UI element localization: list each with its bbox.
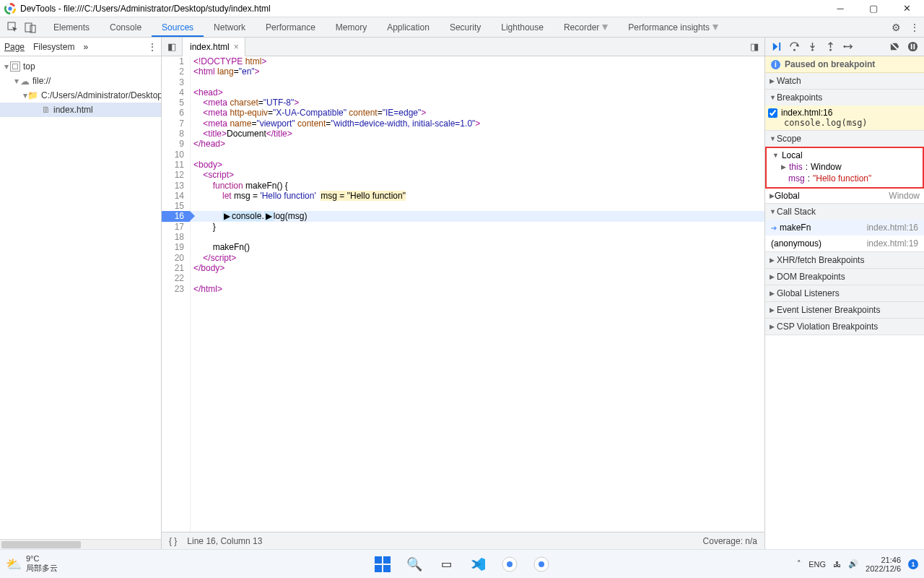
xhr-section[interactable]: ▶XHR/fetch Breakpoints — [765, 252, 924, 268]
callstack-section[interactable]: ▼Call Stack — [765, 204, 924, 220]
devtools-toolbar: ElementsConsoleSourcesNetworkPerformance… — [0, 17, 924, 38]
breakpoints-section[interactable]: ▼Breakpoints — [765, 90, 924, 105]
callstack-frame[interactable]: (anonymous)index.html:19 — [765, 236, 924, 251]
tray-volume-icon[interactable]: 🔊 — [848, 559, 858, 569]
editor-tab-label: index.html — [190, 42, 230, 52]
scope-local: ▼Local ▶this: Window msg: "Hello functio… — [765, 147, 924, 189]
navigator-pane-page[interactable]: Page — [4, 42, 25, 52]
tab-memory[interactable]: Memory — [326, 17, 377, 37]
tab-sources[interactable]: Sources — [152, 17, 204, 37]
svg-rect-5 — [779, 43, 780, 51]
svg-rect-3 — [25, 23, 32, 32]
tab-performance[interactable]: Performance — [256, 17, 326, 37]
breakpoint-item[interactable]: index.html:16 console.log(msg) — [765, 105, 924, 130]
debugger-toolbar — [765, 38, 924, 56]
devtools-icon — [4, 3, 16, 14]
tab-security[interactable]: Security — [440, 17, 491, 37]
navigator-more-icon[interactable]: ⋮ — [148, 42, 157, 52]
tree-file[interactable]: 🗎index.html — [0, 103, 161, 117]
window-minimize-button[interactable]: ─ — [830, 3, 850, 14]
svg-point-10 — [908, 42, 918, 51]
dom-bp-section[interactable]: ▶DOM Breakpoints — [765, 269, 924, 285]
editor-statusbar: { } Line 16, Column 13 Coverage: n/a — [162, 532, 764, 549]
deactivate-breakpoints-icon[interactable] — [889, 41, 900, 52]
navigator-scrollbar[interactable] — [0, 539, 161, 549]
tray-language[interactable]: ENG — [808, 560, 826, 569]
start-button[interactable] — [373, 555, 392, 574]
tree-origin[interactable]: ▾☁file:// — [0, 74, 161, 88]
taskview-icon[interactable]: ▭ — [437, 555, 456, 574]
event-bp-section[interactable]: ▶Event Listener Breakpoints — [765, 302, 924, 318]
breakpoint-checkbox[interactable] — [768, 108, 777, 118]
svg-rect-11 — [911, 44, 912, 50]
tab-console[interactable]: Console — [100, 17, 152, 37]
more-menu-icon[interactable]: ⋮ — [910, 22, 920, 33]
settings-icon[interactable]: ⚙ — [892, 22, 901, 33]
svg-point-9 — [843, 46, 845, 48]
step-into-icon[interactable] — [807, 41, 818, 52]
svg-point-1 — [8, 7, 12, 10]
tab-performance-insights[interactable]: Performance insights — [618, 17, 728, 37]
breakpoint-code: console.log(msg) — [781, 118, 868, 128]
chrome-icon-2[interactable] — [532, 555, 551, 574]
search-icon[interactable]: 🔍 — [405, 555, 424, 574]
watch-section[interactable]: ▶Watch — [765, 73, 924, 89]
info-icon: i — [771, 60, 780, 69]
close-tab-icon[interactable]: × — [234, 42, 239, 52]
callstack-frame[interactable]: makeFnindex.html:16 — [765, 220, 924, 236]
svg-point-16 — [539, 561, 544, 567]
scope-section[interactable]: ▼Scope — [765, 131, 924, 147]
global-listeners-section[interactable]: ▶Global Listeners — [765, 285, 924, 301]
source-editor[interactable]: 1234567891011121314151617181920212223 <!… — [162, 56, 764, 532]
navigator-pane-filesystem[interactable]: Filesystem — [33, 42, 74, 52]
cursor-position: Line 16, Column 13 — [187, 536, 262, 546]
step-over-icon[interactable] — [789, 41, 800, 52]
editor-tab[interactable]: index.html × — [182, 38, 245, 56]
tab-recorder[interactable]: Recorder — [554, 17, 618, 37]
svg-point-7 — [811, 49, 814, 51]
file-tree: ▾top ▾☁file:// ▾📁C:/Users/Administrator/… — [0, 56, 161, 539]
paused-text: Paused on breakpoint — [785, 59, 875, 69]
svg-point-8 — [829, 49, 832, 51]
pretty-print-icon[interactable]: { } — [169, 536, 177, 546]
tray-network-icon[interactable]: 🖧 — [833, 560, 841, 569]
toggle-debugger-icon[interactable]: ◨ — [744, 41, 764, 52]
window-titlebar: DevTools - file:///C:/Users/Administrato… — [0, 0, 924, 17]
paused-banner: i Paused on breakpoint — [765, 56, 924, 73]
tray-notification-badge[interactable]: 1 — [908, 559, 918, 569]
breakpoint-location: index.html:16 — [781, 108, 832, 118]
window-close-button[interactable]: ✕ — [897, 3, 917, 14]
svg-point-14 — [507, 561, 513, 567]
navigator-overflow-icon[interactable]: » — [83, 42, 88, 52]
tab-elements[interactable]: Elements — [43, 17, 100, 37]
navigator-header: Page Filesystem » ⋮ — [0, 38, 161, 56]
tab-application[interactable]: Application — [377, 17, 440, 37]
tree-folder[interactable]: ▾📁C:/Users/Administrator/Desktop/study — [0, 88, 161, 103]
pause-exceptions-icon[interactable] — [907, 41, 918, 52]
chrome-icon[interactable] — [500, 555, 519, 574]
csp-bp-section[interactable]: ▶CSP Violation Breakpoints — [765, 319, 924, 335]
svg-rect-12 — [913, 44, 915, 50]
editor-tabstrip: ◧ index.html × ◨ — [162, 38, 764, 56]
scope-global[interactable]: ▶GlobalWindow — [765, 189, 924, 203]
step-out-icon[interactable] — [825, 41, 836, 52]
step-icon[interactable] — [843, 41, 854, 52]
window-maximize-button[interactable]: ▢ — [863, 3, 884, 14]
tab-network[interactable]: Network — [204, 17, 256, 37]
tree-root[interactable]: ▾top — [0, 59, 161, 74]
windows-taskbar: ⛅ 9°C局部多云 🔍 ▭ ˄ ENG 🖧 🔊 21:462022/12/6 1 — [0, 549, 924, 578]
taskbar-weather[interactable]: ⛅ 9°C局部多云 — [6, 554, 58, 574]
device-toggle-icon[interactable] — [25, 22, 36, 33]
tab-lighthouse[interactable]: Lighthouse — [491, 17, 554, 37]
coverage-label: Coverage: n/a — [703, 536, 757, 546]
vscode-icon[interactable] — [468, 555, 487, 574]
tray-chevron-icon[interactable]: ˄ — [797, 559, 801, 569]
inspect-icon[interactable] — [7, 22, 19, 33]
toggle-navigator-icon[interactable]: ◧ — [162, 41, 182, 52]
window-title: DevTools - file:///C:/Users/Administrato… — [20, 4, 830, 14]
svg-point-6 — [793, 49, 796, 51]
tray-clock[interactable]: 21:462022/12/6 — [866, 556, 901, 573]
resume-icon[interactable] — [771, 41, 782, 52]
